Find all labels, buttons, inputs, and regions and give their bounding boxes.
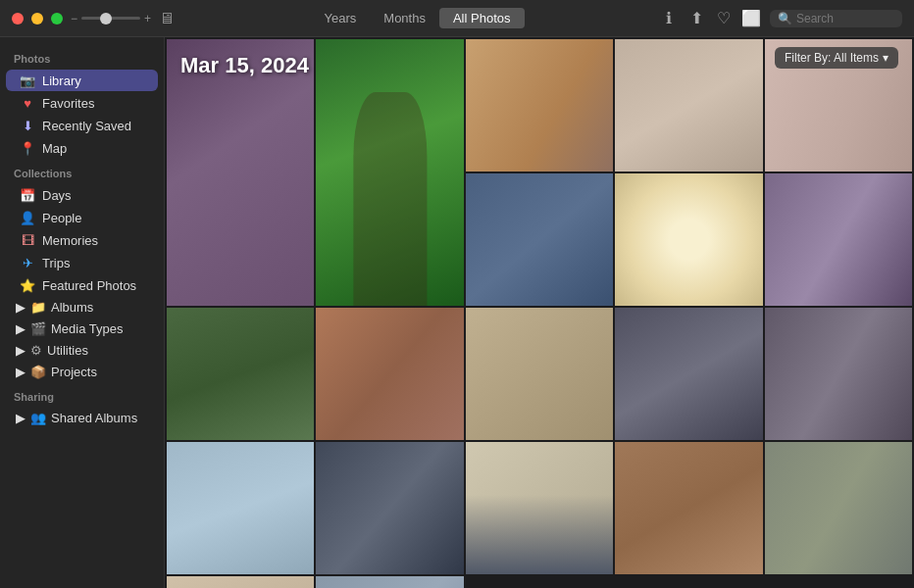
library-icon: 📷 [20, 73, 35, 88]
main-layout: Photos 📷 Library ♥ Favorites ⬇ Recently … [0, 37, 914, 588]
search-input[interactable] [796, 12, 894, 25]
sidebar-item-recently-saved[interactable]: ⬇ Recently Saved [6, 115, 158, 136]
photo-cell[interactable] [466, 308, 613, 440]
date-label: Mar 15, 2024 [180, 53, 309, 78]
sharing-section-label: Sharing [0, 383, 164, 407]
tab-years[interactable]: Years [311, 8, 371, 28]
close-button[interactable] [12, 13, 24, 24]
days-icon: 📅 [20, 187, 35, 203]
filter-button[interactable]: Filter By: All Items ▾ [775, 47, 898, 69]
sidebar-item-people[interactable]: 👤 People [6, 207, 158, 228]
content-area: Mar 15, 2024 Filter By: All Items ▾ [165, 37, 914, 588]
sidebar-item-trips[interactable]: ✈ Trips [6, 252, 158, 273]
photo-cell[interactable] [466, 173, 613, 306]
crop-icon[interactable]: ⬜ [742, 10, 760, 27]
photo-cell[interactable] [765, 173, 912, 306]
photo-cell[interactable] [615, 39, 762, 172]
photo-cell[interactable] [466, 39, 613, 172]
chevron-right-icon2: ▶ [16, 321, 25, 336]
photo-cell[interactable] [765, 308, 912, 440]
trips-icon: ✈ [20, 255, 35, 270]
photo-cell[interactable] [167, 442, 314, 574]
maximize-button[interactable] [51, 13, 63, 24]
zoom-minus-icon: − [71, 12, 77, 25]
view-tabs: Years Months All Photos [175, 8, 660, 28]
zoom-control: − + [71, 12, 151, 25]
sidebar-item-shared-albums[interactable]: ▶ 👥 Shared Albums [6, 408, 158, 428]
photos-section-label: Photos [0, 45, 164, 69]
sidebar: Photos 📷 Library ♥ Favorites ⬇ Recently … [0, 37, 165, 588]
chevron-right-icon3: ▶ [16, 343, 25, 358]
heart-icon: ♥ [20, 95, 35, 111]
search-box: 🔍 [770, 10, 902, 27]
sidebar-item-library[interactable]: 📷 Library [6, 70, 158, 91]
sidebar-item-utilities[interactable]: ▶ ⚙ Utilities [6, 340, 158, 361]
grid-container: Mar 15, 2024 Filter By: All Items ▾ [165, 37, 914, 588]
zoom-slider[interactable] [81, 17, 140, 20]
shared-albums-icon: 👥 [30, 411, 46, 425]
people-icon: 👤 [20, 210, 35, 225]
toolbar-actions: ℹ ⬆ ♡ ⬜ 🔍 [660, 10, 902, 27]
map-icon: 📍 [20, 140, 35, 156]
memories-icon: 🎞 [20, 232, 35, 248]
photo-cell[interactable] [167, 39, 314, 306]
photo-cell[interactable] [316, 442, 463, 574]
albums-icon: 📁 [30, 300, 46, 315]
window-controls [12, 13, 63, 24]
featured-icon: ⭐ [20, 277, 35, 293]
media-types-icon: 🎬 [30, 321, 46, 336]
photo-cell[interactable] [466, 442, 613, 574]
recently-saved-icon: ⬇ [20, 118, 35, 133]
photo-cell[interactable] [765, 442, 912, 574]
photo-cell[interactable] [615, 173, 762, 306]
photo-cell[interactable] [615, 308, 762, 440]
photo-cell[interactable] [316, 308, 463, 440]
sidebar-item-projects[interactable]: ▶ 📦 Projects [6, 362, 158, 382]
sidebar-item-favorites[interactable]: ♥ Favorites [6, 92, 158, 114]
projects-icon: 📦 [30, 365, 46, 379]
sidebar-item-media-types[interactable]: ▶ 🎬 Media Types [6, 318, 158, 339]
sidebar-item-days[interactable]: 📅 Days [6, 184, 158, 206]
chevron-right-icon: ▶ [16, 300, 25, 315]
tab-all-photos[interactable]: All Photos [439, 8, 525, 28]
display-icon: 🖥 [159, 10, 175, 27]
titlebar: − + 🖥 Years Months All Photos ℹ ⬆ ♡ ⬜ 🔍 [0, 0, 914, 37]
photo-grid [165, 37, 914, 588]
search-icon: 🔍 [778, 12, 792, 25]
tab-months[interactable]: Months [370, 8, 439, 28]
share-icon[interactable]: ⬆ [687, 10, 705, 27]
sidebar-item-map[interactable]: 📍 Map [6, 137, 158, 159]
sidebar-item-memories[interactable]: 🎞 Memories [6, 229, 158, 251]
photo-cell[interactable] [167, 576, 314, 588]
filter-bar: Filter By: All Items ▾ [775, 47, 898, 69]
photo-cell[interactable] [316, 576, 463, 588]
chevron-right-icon4: ▶ [16, 365, 25, 379]
chevron-down-icon: ▾ [883, 51, 889, 65]
photo-cell[interactable] [316, 39, 463, 306]
photo-cell[interactable] [615, 442, 762, 574]
chevron-right-icon5: ▶ [16, 411, 25, 425]
utilities-icon: ⚙ [30, 343, 42, 358]
photo-cell[interactable] [167, 308, 314, 440]
info-icon[interactable]: ℹ [660, 10, 678, 27]
collections-section-label: Collections [0, 160, 164, 183]
minimize-button[interactable] [31, 13, 43, 24]
heart-icon[interactable]: ♡ [715, 10, 733, 27]
filter-label: Filter By: All Items [785, 51, 879, 65]
zoom-plus-icon: + [144, 12, 151, 25]
sidebar-item-featured-photos[interactable]: ⭐ Featured Photos [6, 274, 158, 296]
sidebar-item-albums[interactable]: ▶ 📁 Albums [6, 297, 158, 318]
